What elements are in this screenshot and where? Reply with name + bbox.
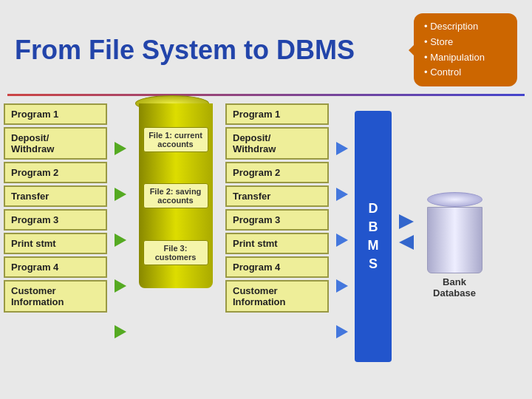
right-deposit-withdraw: Deposit/Withdraw: [225, 127, 329, 160]
tooltip-line-2: • Store: [424, 35, 507, 50]
blue-arrow-1: [336, 142, 348, 155]
dbms-letter-s: S: [369, 255, 378, 273]
cylinder-body: File 1: currentaccounts File 2: savingac…: [139, 103, 213, 288]
bank-db-label: BankDatabase: [433, 276, 476, 299]
left-customer-info: CustomerInformation: [4, 280, 107, 313]
right-program-4: Program 4: [225, 256, 329, 278]
left-deposit-withdraw: Deposit/Withdraw: [4, 127, 107, 160]
tooltip-bubble: • Description • Store • Manipulation • C…: [414, 13, 517, 86]
green-arrows-group: [107, 96, 133, 377]
right-programs-column: Program 1 Deposit/Withdraw Program 2 Tra…: [225, 96, 329, 313]
blue-arrow-3: [336, 233, 348, 247]
title-area: From File System to DBMS • Description •…: [0, 0, 532, 94]
green-arrow-2: [115, 188, 126, 201]
bank-db-section: BankDatabase: [421, 192, 488, 299]
left-program-1: Program 1: [4, 103, 107, 125]
dbms-letter-d: D: [369, 200, 378, 218]
blue-arrows-group: [329, 96, 355, 377]
dbms-letter-b: B: [369, 218, 378, 236]
page-title: From File System to DBMS: [15, 35, 355, 66]
file-2-label: File 2: savingaccounts: [143, 183, 208, 208]
main-container: From File System to DBMS • Description •…: [0, 0, 532, 399]
right-customer-info: CustomerInformation: [225, 280, 329, 313]
right-program-3: Program 3: [225, 209, 329, 231]
green-arrow-4: [115, 279, 126, 293]
right-program-2: Program 2: [225, 162, 329, 183]
right-program-1: Program 1: [225, 103, 329, 125]
dbms-bar: D B M S: [355, 111, 392, 362]
arrow-right-icon: [399, 214, 414, 229]
green-arrow-1: [115, 142, 126, 155]
tooltip-line-4: • Control: [424, 65, 507, 81]
blue-arrow-4: [336, 279, 348, 293]
blue-arrow-2: [336, 188, 348, 201]
file-cylinder: File 1: currentaccounts File 2: savingac…: [135, 103, 216, 325]
tooltip-line-1: • Description: [424, 19, 507, 35]
blue-arrow-5: [336, 325, 348, 338]
left-programs-column: Program 1 Deposit/Withdraw Program 2 Tra…: [4, 96, 107, 313]
file-3-label: File 3:customers: [143, 240, 208, 265]
bank-cylinder: [427, 192, 482, 273]
bank-cylinder-top: [427, 192, 482, 207]
right-print-stmt: Print stmt: [225, 233, 329, 254]
content-area: Program 1 Deposit/Withdraw Program 2 Tra…: [0, 96, 532, 399]
bank-cylinder-body: [427, 207, 482, 273]
left-program-3: Program 3: [4, 209, 107, 231]
left-print-stmt: Print stmt: [4, 233, 107, 254]
file-cylinder-container: File 1: currentaccounts File 2: savingac…: [133, 96, 218, 325]
arrow-left-icon: [399, 235, 414, 250]
green-arrow-5: [115, 325, 126, 338]
dbms-to-db-arrow: [392, 214, 421, 250]
right-transfer: Transfer: [225, 185, 329, 207]
left-program-4: Program 4: [4, 256, 107, 278]
file-1-label: File 1: currentaccounts: [143, 127, 208, 152]
green-arrow-3: [115, 233, 126, 247]
left-program-2: Program 2: [4, 162, 107, 183]
tooltip-line-3: • Manipulation: [424, 50, 507, 66]
dbms-section: D B M S: [355, 96, 392, 362]
left-transfer: Transfer: [4, 185, 107, 207]
dbms-letter-m: M: [368, 236, 379, 255]
